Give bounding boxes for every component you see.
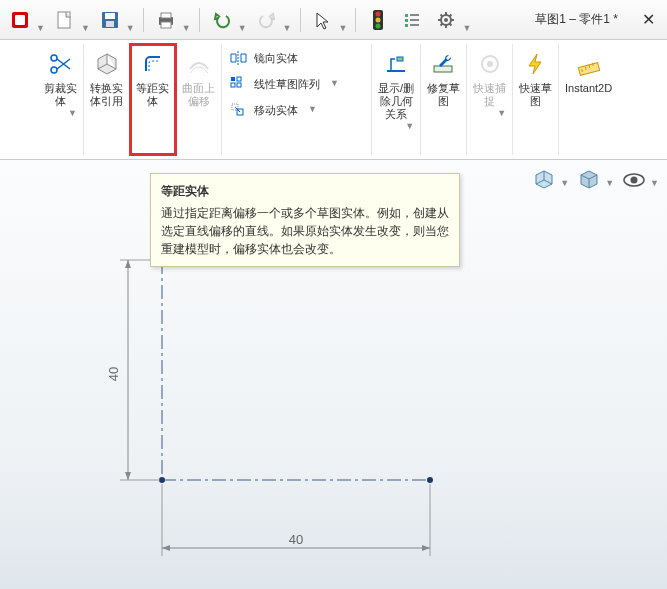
dropdown-arrow-icon[interactable]: ▼ — [182, 23, 191, 33]
svg-rect-5 — [106, 21, 114, 27]
select-cursor-icon[interactable] — [309, 6, 337, 34]
close-icon[interactable]: ✕ — [636, 10, 661, 29]
svg-rect-24 — [231, 77, 235, 81]
horizontal-dimension-value[interactable]: 40 — [289, 532, 303, 547]
convert-entities-button[interactable]: 转换实 体引用 — [84, 44, 130, 155]
traffic-light-icon[interactable] — [364, 6, 392, 34]
view-toolbar: ▼ ▼ ▼ — [530, 166, 659, 194]
new-file-icon[interactable] — [51, 6, 79, 34]
save-icon[interactable] — [96, 6, 124, 34]
gear-icon[interactable] — [432, 6, 460, 34]
rapid-label: 快速草 图 — [519, 82, 552, 108]
svg-rect-25 — [237, 77, 241, 81]
undo-icon[interactable] — [208, 6, 236, 34]
svg-point-11 — [376, 17, 381, 22]
quick-snap-button: 快速捕 捉 ▼ — [467, 44, 513, 155]
svg-rect-16 — [410, 19, 419, 21]
dropdown-arrow-icon[interactable]: ▼ — [81, 23, 90, 33]
repair-sketch-button[interactable]: 修复草 图 — [421, 44, 467, 155]
dropdown-arrow-icon[interactable]: ▼ — [497, 108, 506, 118]
svg-rect-4 — [105, 13, 115, 19]
vertical-dimension-value[interactable]: 40 — [106, 367, 121, 381]
cube-icon — [91, 48, 123, 80]
svg-rect-26 — [231, 83, 235, 87]
dropdown-arrow-icon[interactable]: ▼ — [308, 104, 317, 114]
dropdown-arrow-icon[interactable]: ▼ — [339, 23, 348, 33]
dropdown-arrow-icon[interactable]: ▼ — [462, 23, 471, 33]
display-relations-button[interactable]: 显示/删 除几何 关系 ▼ — [372, 44, 421, 155]
pattern-group: 镜向实体 线性草图阵列▼ 移动实体▼ — [222, 44, 372, 155]
move-entities-button[interactable]: 移动实体▼ — [228, 100, 365, 120]
repair-label: 修复草 图 — [427, 82, 460, 108]
snap-label: 快速捕 捉 — [473, 82, 506, 108]
dropdown-arrow-icon[interactable]: ▼ — [560, 178, 569, 188]
surface-offset-button: 曲面上 偏移 — [176, 44, 222, 155]
display-relations-label: 显示/删 除几何 关系 — [378, 82, 414, 121]
move-icon — [228, 100, 248, 120]
offset-icon — [137, 48, 169, 80]
trim-label: 剪裁实 体 — [44, 82, 77, 108]
convert-label: 转换实 体引用 — [90, 82, 123, 108]
relations-icon — [380, 48, 412, 80]
logo-icon — [6, 6, 34, 34]
svg-rect-13 — [405, 14, 408, 17]
dropdown-arrow-icon[interactable]: ▼ — [650, 178, 659, 188]
eye-icon[interactable] — [620, 166, 648, 194]
svg-rect-31 — [434, 66, 452, 72]
view-cube1-icon[interactable] — [530, 166, 558, 194]
view-cube2-icon[interactable] — [575, 166, 603, 194]
linear-pattern-button[interactable]: 线性草图阵列▼ — [228, 74, 365, 94]
svg-point-12 — [376, 23, 381, 28]
offset-entities-button[interactable]: 等距实 体 — [130, 44, 176, 155]
svg-point-20 — [444, 18, 448, 22]
separator — [355, 8, 356, 32]
svg-rect-17 — [405, 24, 408, 27]
svg-point-23 — [51, 67, 57, 73]
mirror-entities-button[interactable]: 镜向实体 — [228, 48, 365, 68]
offset-tooltip: 等距实体 通过指定距离偏移一个或多个草图实体。例如，创建从选定直线偏移的直线。如… — [150, 173, 460, 267]
print-icon[interactable] — [152, 6, 180, 34]
redo-icon[interactable] — [253, 6, 281, 34]
dropdown-arrow-icon[interactable]: ▼ — [36, 23, 45, 33]
svg-point-33 — [487, 61, 493, 67]
dropdown-arrow-icon[interactable]: ▼ — [605, 178, 614, 188]
dropdown-arrow-icon[interactable]: ▼ — [238, 23, 247, 33]
surface-offset-label: 曲面上 偏移 — [182, 82, 215, 108]
svg-rect-30 — [397, 57, 403, 61]
window-title: 草图1 – 零件1 * — [535, 11, 618, 28]
dropdown-arrow-icon[interactable]: ▼ — [405, 121, 414, 131]
mirror-label: 镜向实体 — [254, 51, 298, 66]
svg-rect-14 — [410, 14, 419, 16]
lightning-icon — [520, 48, 552, 80]
trim-entities-button[interactable]: 剪裁实 体 ▼ — [38, 44, 84, 155]
pattern-icon — [228, 74, 248, 94]
svg-rect-18 — [410, 24, 419, 26]
svg-point-10 — [376, 11, 381, 16]
tooltip-title: 等距实体 — [161, 182, 449, 200]
list-icon[interactable] — [398, 6, 426, 34]
ribbon-toolbar: 剪裁实 体 ▼ 转换实 体引用 等距实 体 曲面上 偏移 镜向实体 线性草图阵列… — [0, 40, 667, 160]
separator — [143, 8, 144, 32]
svg-rect-1 — [15, 15, 25, 25]
instant2d-label: Instant2D — [565, 82, 612, 95]
separator — [199, 8, 200, 32]
dropdown-arrow-icon[interactable]: ▼ — [68, 108, 77, 118]
svg-point-39 — [427, 477, 433, 483]
svg-rect-8 — [161, 22, 171, 28]
move-label: 移动实体 — [254, 103, 298, 118]
instant2d-button[interactable]: Instant2D — [559, 44, 618, 155]
dropdown-arrow-icon[interactable]: ▼ — [330, 78, 339, 88]
scissors-icon — [45, 48, 77, 80]
wrench-icon — [428, 48, 460, 80]
surface-offset-icon — [183, 48, 215, 80]
dropdown-arrow-icon[interactable]: ▼ — [283, 23, 292, 33]
svg-point-22 — [51, 55, 57, 61]
svg-rect-7 — [161, 13, 171, 18]
tooltip-body: 通过指定距离偏移一个或多个草图实体。例如，创建从选定直线偏移的直线。如果原始实体… — [161, 204, 449, 258]
rapid-sketch-button[interactable]: 快速草 图 — [513, 44, 559, 155]
svg-rect-27 — [237, 83, 241, 87]
top-toolbar: ▼ ▼ ▼ ▼ ▼ ▼ ▼ ▼ 草图1 – 零件1 * ✕ — [0, 0, 667, 40]
offset-label: 等距实 体 — [136, 82, 169, 108]
pattern-label: 线性草图阵列 — [254, 77, 320, 92]
dropdown-arrow-icon[interactable]: ▼ — [126, 23, 135, 33]
